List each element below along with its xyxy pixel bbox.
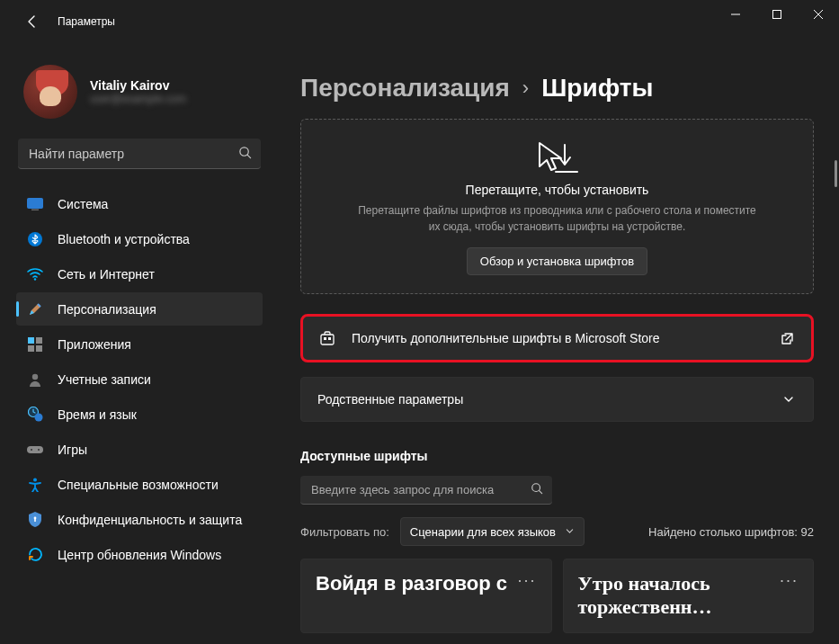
maximize-button[interactable] <box>756 0 798 29</box>
shield-icon <box>27 512 43 528</box>
update-icon <box>27 547 43 563</box>
sidebar-item-label: Персонализация <box>58 302 156 317</box>
svg-rect-9 <box>36 345 42 352</box>
maximize-icon <box>772 10 781 19</box>
vertical-scrollbar[interactable] <box>832 160 837 637</box>
sidebar-item-games[interactable]: Игры <box>16 433 263 466</box>
gamepad-icon <box>27 442 43 458</box>
font-sample-text: Войдя в разговор с <box>316 572 510 595</box>
apps-icon <box>27 336 43 353</box>
available-fonts-title: Доступные шрифты <box>300 449 814 463</box>
font-drop-zone[interactable]: Перетащите, чтобы установить Перетащите … <box>300 119 814 294</box>
browse-install-fonts-button[interactable]: Обзор и установка шрифтов <box>467 247 647 275</box>
svg-rect-3 <box>31 209 39 210</box>
arrow-left-icon <box>25 14 40 29</box>
bluetooth-icon <box>27 231 43 247</box>
related-card-label: Родственные параметры <box>317 392 764 407</box>
filter-scripts-select[interactable]: Сценарии для всех языков <box>400 517 585 546</box>
accessibility-icon <box>27 477 43 493</box>
svg-rect-21 <box>328 337 331 340</box>
sidebar-item-update[interactable]: Центр обновления Windows <box>16 538 263 571</box>
minimize-button[interactable] <box>715 0 756 29</box>
sidebar-item-label: Игры <box>58 443 87 457</box>
svg-rect-13 <box>27 446 43 453</box>
user-block[interactable]: Vitaliy Kairov user@example.com <box>7 43 272 139</box>
sidebar-item-label: Конфиденциальность и защита <box>58 513 242 527</box>
close-icon <box>814 10 823 19</box>
sidebar-item-label: Учетные записи <box>58 372 151 387</box>
fonts-found-count: Найдено столько шрифтов: 92 <box>648 525 814 539</box>
store-icon <box>319 330 335 346</box>
svg-point-15 <box>38 449 40 451</box>
svg-rect-0 <box>773 11 781 19</box>
font-cards-row: Войдя в разговор с ··· Утро началось тор… <box>300 559 814 633</box>
external-link-icon <box>779 330 795 346</box>
window-controls <box>715 0 839 43</box>
svg-point-14 <box>31 449 32 451</box>
svg-point-22 <box>532 484 540 492</box>
search-field[interactable] <box>18 139 261 169</box>
breadcrumb-parent[interactable]: Персонализация <box>300 74 510 103</box>
wifi-icon <box>27 266 43 282</box>
svg-point-12 <box>34 414 42 422</box>
font-card[interactable]: Утро началось торжественн… ··· <box>563 559 815 633</box>
search-icon <box>531 482 543 497</box>
search-input[interactable] <box>29 147 238 161</box>
font-sample-text: Утро началось торжественн… <box>578 572 772 620</box>
minimize-icon <box>731 10 740 19</box>
sidebar-item-label: Bluetooth и устройства <box>58 232 190 246</box>
chevron-right-icon: › <box>522 76 529 100</box>
svg-rect-20 <box>324 337 326 340</box>
sidebar-item-accounts[interactable]: Учетные записи <box>16 362 263 396</box>
scroll-thumb[interactable] <box>835 160 837 187</box>
nav: Система Bluetooth и устройства Сеть и Ин… <box>7 176 272 571</box>
sidebar-item-time[interactable]: Время и язык <box>16 398 263 431</box>
svg-rect-6 <box>28 337 34 344</box>
related-settings-card[interactable]: Родственные параметры <box>300 377 814 422</box>
svg-rect-19 <box>321 335 334 344</box>
clock-globe-icon <box>27 407 43 423</box>
svg-point-1 <box>240 147 248 155</box>
search-icon <box>238 146 252 162</box>
chevron-down-icon <box>781 391 797 407</box>
sidebar-item-bluetooth[interactable]: Bluetooth и устройства <box>16 222 263 255</box>
breadcrumb-current: Шрифты <box>541 74 653 103</box>
store-card-label: Получить дополнительные шрифты в Microso… <box>352 331 763 345</box>
font-card[interactable]: Войдя в разговор с ··· <box>300 559 552 633</box>
more-icon[interactable]: ··· <box>517 572 536 588</box>
breadcrumb: Персонализация › Шрифты <box>300 43 814 119</box>
user-name: Vitaliy Kairov <box>90 78 186 93</box>
sidebar-item-apps[interactable]: Приложения <box>16 327 263 361</box>
svg-rect-7 <box>36 337 42 344</box>
sidebar-item-accessibility[interactable]: Специальные возможности <box>16 468 263 501</box>
more-icon[interactable]: ··· <box>780 572 799 588</box>
font-search-field[interactable] <box>300 476 552 505</box>
svg-point-17 <box>34 517 37 520</box>
close-button[interactable] <box>798 0 839 29</box>
sidebar-item-label: Время и язык <box>58 407 137 422</box>
person-icon <box>27 371 43 388</box>
sidebar-item-network[interactable]: Сеть и Интернет <box>16 257 263 291</box>
content: Персонализация › Шрифты Перетащите, чтоб… <box>279 43 839 644</box>
get-fonts-store-card[interactable]: Получить дополнительные шрифты в Microso… <box>300 314 814 362</box>
sidebar-item-label: Специальные возможности <box>58 478 219 492</box>
sidebar-item-privacy[interactable]: Конфиденциальность и защита <box>16 503 263 536</box>
font-search-input[interactable] <box>311 483 531 496</box>
app-title: Параметры <box>58 15 115 28</box>
paintbrush-icon <box>27 301 43 318</box>
sidebar-item-personalization[interactable]: Персонализация <box>16 292 263 326</box>
back-button[interactable] <box>18 7 47 36</box>
titlebar: Параметры <box>0 0 839 43</box>
svg-rect-8 <box>28 345 34 352</box>
svg-rect-18 <box>34 519 36 522</box>
drag-cursor-icon <box>534 138 581 177</box>
svg-point-10 <box>32 373 38 379</box>
svg-point-16 <box>33 478 37 481</box>
svg-point-5 <box>34 278 36 280</box>
filter-value: Сценарии для всех языков <box>410 525 556 539</box>
chevron-down-icon <box>565 525 575 539</box>
sidebar-item-system[interactable]: Система <box>16 187 263 220</box>
sidebar-item-label: Центр обновления Windows <box>58 548 221 562</box>
sidebar-item-label: Приложения <box>58 337 131 352</box>
user-email: user@example.com <box>90 93 186 105</box>
